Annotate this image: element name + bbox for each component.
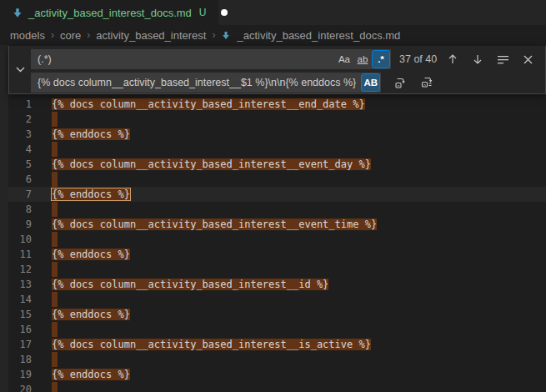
line-content[interactable] [52,232,58,247]
find-replace-widget: (.*) Aa ab .* 37 of 40 [8,46,546,94]
close-icon [523,55,533,64]
editor-line: 11{% enddocs %} [0,247,546,262]
editor-line: 12 [0,262,546,277]
line-number: 13 [8,277,32,292]
find-match-highlight-empty [52,202,58,217]
line-number: 4 [8,142,32,157]
find-input[interactable]: (.*) Aa ab .* [31,49,391,69]
replace-input[interactable]: {% docs column__activity_based_interest_… [31,73,381,93]
match-case-toggle[interactable]: Aa [336,51,353,68]
find-match-highlight: {% enddocs %} [52,188,130,200]
find-in-selection-button[interactable] [493,50,512,68]
editor-line: 17{% docs column__activity_based_interes… [0,337,546,352]
find-match-highlight: {% docs column__activity_based_interest_… [52,158,371,170]
editor-lines: 1{% docs column__activity_based_interest… [0,97,546,392]
line-number: 18 [8,352,32,367]
unsaved-changes-dot[interactable] [221,9,228,16]
find-match-highlight-empty [52,262,58,277]
line-content[interactable]: {% enddocs %} [52,247,130,262]
line-content[interactable]: {% enddocs %} [52,187,130,202]
arrow-up-icon [448,54,458,64]
find-match-highlight: {% docs column__activity_based_interest_… [52,279,328,290]
editor-line: 13{% docs column__activity_based_interes… [0,277,546,292]
editor-line: 6 [0,172,546,187]
breadcrumb-item-models[interactable]: models [10,29,45,42]
line-content[interactable]: {% enddocs %} [52,127,130,142]
line-content[interactable]: {% enddocs %} [52,307,130,322]
find-match-highlight: {% enddocs %} [52,309,130,320]
line-content[interactable] [52,142,58,157]
line-content[interactable]: {% docs column__activity_based_interest_… [52,157,371,172]
line-number: 8 [8,202,32,217]
line-number: 6 [8,172,32,187]
breadcrumb-item-activity-based-interest[interactable]: activity_based_interest [96,29,206,42]
find-match-highlight-empty [52,112,58,127]
breadcrumb-item-file[interactable]: _activity_based_interest_docs.md [237,29,400,42]
line-content[interactable]: {% enddocs %} [52,367,130,382]
find-match-highlight-empty [52,142,58,157]
line-content[interactable] [52,292,58,307]
editor-pane[interactable]: 1{% docs column__activity_based_interest… [0,45,546,392]
line-content[interactable] [52,262,58,277]
line-content[interactable]: {% docs column__activity_based_interest_… [52,277,328,292]
line-content[interactable] [52,352,58,367]
editor-line: 2 [0,112,546,127]
editor-line: 7{% enddocs %} [0,187,546,202]
line-content[interactable] [52,382,58,392]
editor-line: 3{% enddocs %} [0,127,546,142]
line-number: 14 [8,292,32,307]
breadcrumb-item-core[interactable]: core [60,29,81,42]
line-number: 19 [8,367,32,382]
close-find-button[interactable] [518,50,537,68]
preserve-case-toggle[interactable]: AB [362,74,379,91]
find-query: (.*) [38,53,52,65]
editor-line: 19{% enddocs %} [0,367,546,382]
line-content[interactable]: {% docs column__activity_based_interest_… [52,217,377,232]
editor-line: 14 [0,292,546,307]
regex-toggle[interactable]: .* [373,51,389,68]
find-match-highlight: {% enddocs %} [52,249,130,260]
line-content[interactable] [52,172,58,187]
editor-line: 9{% docs column__activity_based_interest… [0,217,546,232]
line-number: 11 [8,247,32,262]
line-number: 20 [8,382,32,392]
line-content[interactable] [52,202,58,217]
line-content[interactable] [52,112,58,127]
line-content[interactable]: {% docs column__activity_based_interest_… [52,97,365,112]
markdown-file-icon [221,30,231,40]
replace-button[interactable] [391,73,409,92]
find-match-highlight: {% docs column__activity_based_interest_… [52,339,371,350]
sidebar-sliver [0,25,8,392]
breadcrumb-separator: › [87,29,90,41]
line-number: 3 [8,127,32,142]
line-number: 12 [8,262,32,277]
chevron-down-icon [16,67,25,73]
previous-match-button[interactable] [443,50,462,68]
find-match-highlight-empty [52,172,58,187]
find-match-highlight: {% docs column__activity_based_interest_… [52,98,365,110]
line-number: 1 [8,97,32,112]
replace-row: {% docs column__activity_based_interest_… [31,73,540,93]
find-match-highlight: {% enddocs %} [52,369,130,380]
tab-filename: _activity_based_interest_docs.md [28,7,192,19]
replace-icon [393,76,407,89]
find-match-highlight: {% enddocs %} [52,128,130,140]
toggle-replace-button[interactable] [9,46,31,93]
editor-line: 4 [0,142,546,157]
editor-line: 1{% docs column__activity_based_interest… [0,97,546,112]
next-match-button[interactable] [468,50,487,68]
breadcrumb: models › core › activity_based_interest … [0,25,546,45]
selection-lines-icon [498,55,508,64]
line-number: 15 [8,307,32,322]
find-match-highlight-empty [52,232,58,247]
line-number: 5 [8,157,32,172]
replace-all-button[interactable] [418,73,436,92]
editor-line: 8 [0,202,546,217]
line-content[interactable]: {% docs column__activity_based_interest_… [52,337,371,352]
whole-word-toggle[interactable]: ab [354,51,371,68]
match-count: 37 of 40 [399,53,437,65]
line-content[interactable] [52,322,58,337]
editor-line: 10 [0,232,546,247]
replace-all-icon [420,76,433,89]
tab-activity-based-interest-docs[interactable]: _activity_based_interest_docs.md U [0,0,218,25]
